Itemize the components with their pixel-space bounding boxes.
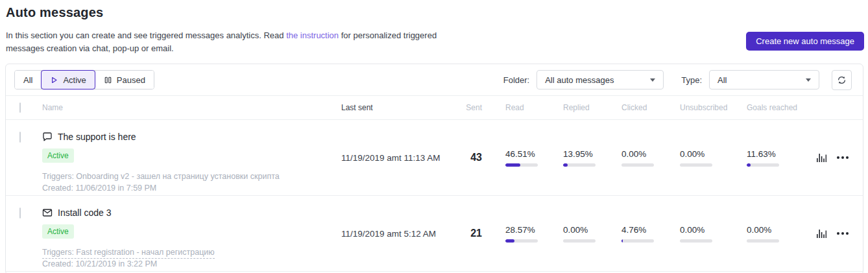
column-header-clicked: Clicked (621, 103, 680, 112)
read-metric: 46.51% (505, 149, 563, 167)
progress-bar (747, 163, 779, 167)
last-sent-value: 11/19/2019 amt 5:12 AM (341, 229, 454, 239)
sent-count: 21 (470, 228, 482, 239)
folder-filter-label: Folder: (503, 75, 529, 85)
row-checkbox[interactable] (19, 208, 21, 219)
envelope-icon (42, 208, 53, 218)
tab-all[interactable]: All (15, 71, 42, 89)
tab-all-label: All (23, 75, 32, 85)
unsubscribed-metric: 0.00% (680, 149, 747, 167)
replied-metric: 0.00% (563, 225, 621, 243)
instruction-link[interactable]: the instruction (286, 30, 339, 40)
play-icon (50, 76, 58, 84)
progress-bar (563, 239, 596, 243)
toolbar-filters: Folder: All auto messages Type: All (503, 70, 852, 90)
progress-bar (680, 163, 712, 167)
progress-fill (747, 163, 751, 167)
unsubscribed-metric: 0.00% (680, 225, 747, 243)
replied-percent: 13.95% (563, 149, 621, 159)
refresh-icon (837, 75, 847, 85)
type-filter-label: Type: (681, 75, 702, 85)
created-text: Created: 11/06/2019 in 7:59 PM (42, 184, 156, 193)
progress-bar (505, 239, 538, 243)
select-all-checkbox[interactable] (19, 102, 21, 113)
column-header-last-sent: Last sent (341, 103, 454, 112)
page-title: Auto messages (6, 5, 863, 20)
column-header-goals-reached: Goals reached (747, 103, 812, 112)
type-select[interactable]: All (709, 70, 819, 89)
last-sent-value: 11/19/2019 amt 11:13 AM (341, 153, 454, 163)
read-percent: 46.51% (505, 149, 563, 159)
row-menu-button[interactable] (834, 230, 851, 237)
goals-reached-metric: 0.00% (747, 225, 812, 243)
column-header-sent: Sent (454, 103, 482, 112)
table-row: Install code 3 Active Triggers: Fast reg… (6, 196, 863, 272)
sent-count: 43 (470, 152, 482, 163)
statistics-button[interactable] (814, 150, 829, 165)
table-header: Name Last sent Sent Read Replied Clicked… (6, 96, 863, 120)
chat-bubble-icon (42, 132, 53, 142)
goals-reached-percent: 11.63% (747, 149, 812, 159)
refresh-button[interactable] (832, 70, 852, 90)
message-name-link[interactable]: Install code 3 (42, 208, 112, 218)
status-badge: Active (42, 148, 74, 163)
chevron-down-icon (806, 78, 811, 82)
tab-paused[interactable]: Paused (95, 71, 154, 89)
bar-chart-icon (816, 152, 826, 163)
tab-active-label: Active (63, 75, 86, 85)
unsubscribed-percent: 0.00% (680, 149, 747, 159)
pause-icon (104, 76, 112, 84)
progress-fill (505, 239, 514, 243)
triggers-text[interactable]: Triggers: Fast registration - начал реги… (42, 248, 215, 259)
column-header-name: Name (42, 103, 341, 112)
folder-select[interactable]: All auto messages (536, 70, 664, 89)
page-header: Auto messages In this section you can cr… (0, 0, 868, 55)
replied-percent: 0.00% (563, 225, 621, 235)
message-name: Install code 3 (58, 208, 112, 218)
row-menu-button[interactable] (834, 154, 851, 161)
created-text: Created: 10/21/2019 in 3:22 PM (42, 259, 157, 268)
clicked-metric: 0.00% (621, 149, 680, 167)
tab-paused-label: Paused (117, 75, 145, 85)
clicked-percent: 4.76% (621, 225, 680, 235)
replied-metric: 13.95% (563, 149, 621, 167)
clicked-metric: 4.76% (621, 225, 680, 243)
progress-bar (621, 163, 654, 167)
folder-select-value: All auto messages (545, 75, 614, 85)
progress-bar (747, 239, 779, 243)
column-header-replied: Replied (563, 103, 621, 112)
column-header-unsubscribed: Unsubscribed (680, 103, 747, 112)
unsubscribed-percent: 0.00% (680, 225, 747, 235)
tab-active[interactable]: Active (42, 71, 95, 89)
progress-fill (563, 163, 568, 167)
type-select-value: All (717, 75, 727, 85)
status-badge: Active (42, 224, 74, 239)
goals-reached-percent: 0.00% (747, 225, 812, 235)
status-filter-group: All Active Paused (14, 70, 154, 89)
read-percent: 28.57% (505, 225, 563, 235)
triggers-text: Triggers: Onboarding v2 - зашел на стран… (42, 172, 280, 181)
column-header-read: Read (505, 103, 563, 112)
chevron-down-icon (650, 78, 655, 82)
statistics-button[interactable] (814, 226, 829, 241)
progress-bar (680, 239, 712, 243)
create-new-auto-message-button[interactable]: Create new auto message (746, 32, 864, 51)
description-text-start: In this section you can create and see t… (6, 30, 286, 40)
clicked-percent: 0.00% (621, 149, 680, 159)
message-name: The support is here (58, 132, 136, 142)
ellipsis-icon (837, 232, 849, 235)
table-row: The support is here Active Triggers: Onb… (6, 120, 863, 196)
row-checkbox[interactable] (19, 132, 21, 143)
message-name-link[interactable]: The support is here (42, 132, 136, 142)
progress-fill (505, 163, 520, 167)
progress-fill (621, 239, 623, 243)
read-metric: 28.57% (505, 225, 563, 243)
progress-bar (563, 163, 596, 167)
bar-chart-icon (816, 228, 826, 239)
goals-reached-metric: 11.63% (747, 149, 812, 167)
toolbar: All Active Paused Folder: All auto messa… (6, 64, 863, 96)
progress-bar (505, 163, 538, 167)
page-description: In this section you can create and see t… (6, 29, 460, 55)
ellipsis-icon (837, 156, 849, 159)
auto-messages-card: All Active Paused Folder: All auto messa… (5, 64, 863, 273)
